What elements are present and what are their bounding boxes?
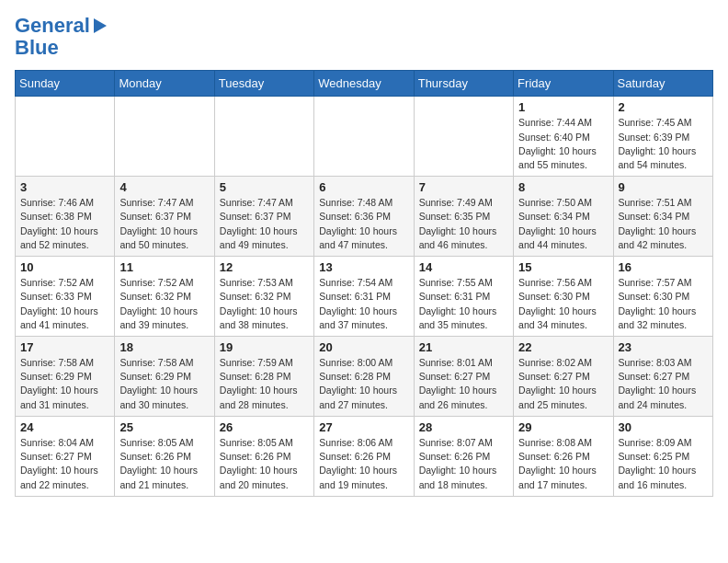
day-number: 25 xyxy=(119,420,209,434)
day-info: Sunrise: 7:52 AMSunset: 6:33 PMDaylight:… xyxy=(20,276,109,332)
day-info: Sunrise: 7:57 AMSunset: 6:30 PMDaylight:… xyxy=(619,276,708,332)
day-number: 2 xyxy=(619,100,708,114)
day-info: Sunrise: 7:56 AMSunset: 6:30 PMDaylight:… xyxy=(518,276,608,332)
day-number: 13 xyxy=(319,260,408,274)
day-info: Sunrise: 7:53 AMSunset: 6:32 PMDaylight:… xyxy=(220,276,309,332)
day-info: Sunrise: 8:00 AMSunset: 6:28 PMDaylight:… xyxy=(319,356,408,412)
day-info: Sunrise: 8:04 AMSunset: 6:27 PMDaylight:… xyxy=(20,436,109,492)
calendar-week-1: 1Sunrise: 7:44 AMSunset: 6:40 PMDaylight… xyxy=(16,97,713,177)
logo-arrow-icon xyxy=(94,18,107,33)
day-info: Sunrise: 8:05 AMSunset: 6:26 PMDaylight:… xyxy=(119,436,209,492)
calendar-day-cell: 14Sunrise: 7:55 AMSunset: 6:31 PMDayligh… xyxy=(414,257,513,337)
calendar-day-cell: 19Sunrise: 7:59 AMSunset: 6:28 PMDayligh… xyxy=(214,337,313,417)
calendar-day-cell: 15Sunrise: 7:56 AMSunset: 6:30 PMDayligh… xyxy=(514,257,613,337)
day-info: Sunrise: 8:08 AMSunset: 6:26 PMDaylight:… xyxy=(518,436,608,492)
calendar-day-cell: 27Sunrise: 8:06 AMSunset: 6:26 PMDayligh… xyxy=(314,416,414,496)
calendar-day-cell: 22Sunrise: 8:02 AMSunset: 6:27 PMDayligh… xyxy=(514,337,613,417)
calendar-day-cell: 3Sunrise: 7:46 AMSunset: 6:38 PMDaylight… xyxy=(16,177,115,257)
day-info: Sunrise: 7:48 AMSunset: 6:36 PMDaylight:… xyxy=(319,196,408,252)
day-info: Sunrise: 8:01 AMSunset: 6:27 PMDaylight:… xyxy=(419,356,508,412)
day-number: 10 xyxy=(20,260,109,274)
day-number: 26 xyxy=(220,420,309,434)
day-info: Sunrise: 7:47 AMSunset: 6:37 PMDaylight:… xyxy=(119,196,209,252)
day-info: Sunrise: 7:59 AMSunset: 6:28 PMDaylight:… xyxy=(220,356,309,412)
day-number: 9 xyxy=(619,180,708,194)
day-number: 12 xyxy=(220,260,309,274)
logo-text: General xyxy=(15,15,90,37)
day-info: Sunrise: 8:06 AMSunset: 6:26 PMDaylight:… xyxy=(319,436,408,492)
calendar-table: SundayMondayTuesdayWednesdayThursdayFrid… xyxy=(15,70,713,496)
calendar-day-cell: 17Sunrise: 7:58 AMSunset: 6:29 PMDayligh… xyxy=(16,337,115,417)
day-info: Sunrise: 7:50 AMSunset: 6:34 PMDaylight:… xyxy=(518,196,608,252)
day-number: 21 xyxy=(419,340,508,354)
calendar-day-cell: 4Sunrise: 7:47 AMSunset: 6:37 PMDaylight… xyxy=(115,177,214,257)
calendar-dow-tuesday: Tuesday xyxy=(214,71,313,97)
day-number: 27 xyxy=(319,420,408,434)
calendar-day-cell: 30Sunrise: 8:09 AMSunset: 6:25 PMDayligh… xyxy=(613,416,712,496)
day-number: 15 xyxy=(518,260,608,274)
calendar-dow-monday: Monday xyxy=(115,71,214,97)
calendar-day-cell: 18Sunrise: 7:58 AMSunset: 6:29 PMDayligh… xyxy=(115,337,214,417)
calendar-dow-wednesday: Wednesday xyxy=(314,71,414,97)
page-header: General Blue xyxy=(15,15,713,59)
calendar-day-cell: 28Sunrise: 8:07 AMSunset: 6:26 PMDayligh… xyxy=(414,416,513,496)
day-number: 3 xyxy=(20,180,109,194)
calendar-dow-saturday: Saturday xyxy=(613,71,712,97)
calendar-day-cell xyxy=(115,97,214,177)
day-info: Sunrise: 7:47 AMSunset: 6:37 PMDaylight:… xyxy=(220,196,309,252)
day-number: 30 xyxy=(619,420,708,434)
day-number: 24 xyxy=(20,420,109,434)
day-number: 6 xyxy=(319,180,408,194)
calendar-day-cell: 13Sunrise: 7:54 AMSunset: 6:31 PMDayligh… xyxy=(314,257,414,337)
calendar-dow-friday: Friday xyxy=(514,71,613,97)
day-info: Sunrise: 7:58 AMSunset: 6:29 PMDaylight:… xyxy=(20,356,109,412)
day-info: Sunrise: 8:03 AMSunset: 6:27 PMDaylight:… xyxy=(619,356,708,412)
calendar-day-cell: 25Sunrise: 8:05 AMSunset: 6:26 PMDayligh… xyxy=(115,416,214,496)
day-info: Sunrise: 8:02 AMSunset: 6:27 PMDaylight:… xyxy=(518,356,608,412)
day-number: 22 xyxy=(518,340,608,354)
calendar-day-cell: 12Sunrise: 7:53 AMSunset: 6:32 PMDayligh… xyxy=(214,257,313,337)
calendar-header-row: SundayMondayTuesdayWednesdayThursdayFrid… xyxy=(16,71,713,97)
calendar-week-5: 24Sunrise: 8:04 AMSunset: 6:27 PMDayligh… xyxy=(16,416,713,496)
calendar-day-cell: 29Sunrise: 8:08 AMSunset: 6:26 PMDayligh… xyxy=(514,416,613,496)
calendar-day-cell: 5Sunrise: 7:47 AMSunset: 6:37 PMDaylight… xyxy=(214,177,313,257)
calendar-day-cell: 21Sunrise: 8:01 AMSunset: 6:27 PMDayligh… xyxy=(414,337,513,417)
day-number: 19 xyxy=(220,340,309,354)
day-info: Sunrise: 7:46 AMSunset: 6:38 PMDaylight:… xyxy=(20,196,109,252)
day-number: 29 xyxy=(518,420,608,434)
day-info: Sunrise: 7:49 AMSunset: 6:35 PMDaylight:… xyxy=(419,196,508,252)
calendar-day-cell xyxy=(414,97,513,177)
day-info: Sunrise: 7:54 AMSunset: 6:31 PMDaylight:… xyxy=(319,276,408,332)
day-info: Sunrise: 7:52 AMSunset: 6:32 PMDaylight:… xyxy=(119,276,209,332)
calendar-day-cell xyxy=(214,97,313,177)
day-info: Sunrise: 7:55 AMSunset: 6:31 PMDaylight:… xyxy=(419,276,508,332)
calendar-day-cell: 24Sunrise: 8:04 AMSunset: 6:27 PMDayligh… xyxy=(16,416,115,496)
day-info: Sunrise: 8:05 AMSunset: 6:26 PMDaylight:… xyxy=(220,436,309,492)
day-number: 7 xyxy=(419,180,508,194)
day-number: 4 xyxy=(119,180,209,194)
calendar-week-3: 10Sunrise: 7:52 AMSunset: 6:33 PMDayligh… xyxy=(16,257,713,337)
day-number: 14 xyxy=(419,260,508,274)
day-number: 1 xyxy=(518,100,608,114)
day-number: 16 xyxy=(619,260,708,274)
logo: General Blue xyxy=(15,15,107,59)
calendar-day-cell xyxy=(314,97,414,177)
calendar-day-cell: 6Sunrise: 7:48 AMSunset: 6:36 PMDaylight… xyxy=(314,177,414,257)
calendar-day-cell xyxy=(16,97,115,177)
day-number: 18 xyxy=(119,340,209,354)
calendar-day-cell: 20Sunrise: 8:00 AMSunset: 6:28 PMDayligh… xyxy=(314,337,414,417)
day-info: Sunrise: 7:44 AMSunset: 6:40 PMDaylight:… xyxy=(518,116,608,172)
day-info: Sunrise: 7:45 AMSunset: 6:39 PMDaylight:… xyxy=(619,116,708,172)
day-info: Sunrise: 8:09 AMSunset: 6:25 PMDaylight:… xyxy=(619,436,708,492)
calendar-day-cell: 2Sunrise: 7:45 AMSunset: 6:39 PMDaylight… xyxy=(613,97,712,177)
calendar-day-cell: 10Sunrise: 7:52 AMSunset: 6:33 PMDayligh… xyxy=(16,257,115,337)
logo-blue-text: Blue xyxy=(15,37,59,59)
calendar-day-cell: 9Sunrise: 7:51 AMSunset: 6:34 PMDaylight… xyxy=(613,177,712,257)
calendar-week-2: 3Sunrise: 7:46 AMSunset: 6:38 PMDaylight… xyxy=(16,177,713,257)
calendar-week-4: 17Sunrise: 7:58 AMSunset: 6:29 PMDayligh… xyxy=(16,337,713,417)
day-number: 8 xyxy=(518,180,608,194)
day-info: Sunrise: 8:07 AMSunset: 6:26 PMDaylight:… xyxy=(419,436,508,492)
calendar-day-cell: 16Sunrise: 7:57 AMSunset: 6:30 PMDayligh… xyxy=(613,257,712,337)
day-number: 23 xyxy=(619,340,708,354)
day-info: Sunrise: 7:51 AMSunset: 6:34 PMDaylight:… xyxy=(619,196,708,252)
